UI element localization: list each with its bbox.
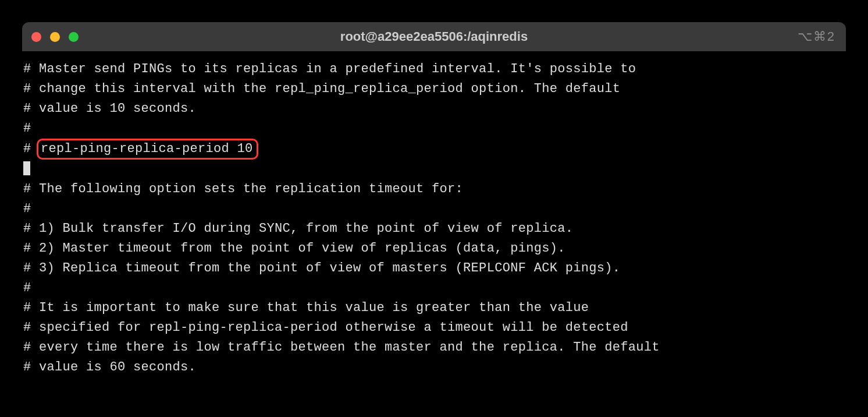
window-title: root@a29ee2ea5506:/aqinredis [340,29,528,44]
shortcut-label: ⌥⌘2 [798,29,835,44]
minimize-icon[interactable] [50,32,60,42]
terminal-line: # 2) Master timeout from the point of vi… [23,239,845,259]
terminal-line: # 1) Bulk transfer I/O during SYNC, from… [23,219,845,239]
terminal-line [23,160,845,179]
terminal-window: root@a29ee2ea5506:/aqinredis ⌥⌘2 # Maste… [22,22,846,389]
terminal-line: # change this interval with the repl_pin… [23,79,845,99]
terminal-content[interactable]: # Master send PINGs to its replicas in a… [22,51,846,389]
terminal-line: # The following option sets the replicat… [23,179,845,199]
terminal-line: # [23,119,845,139]
terminal-line: # value is 10 seconds. [23,99,845,119]
titlebar: root@a29ee2ea5506:/aqinredis ⌥⌘2 [22,22,846,51]
terminal-line: # value is 60 seconds. [23,358,845,377]
terminal-line: # [23,278,845,298]
close-icon[interactable] [31,32,41,42]
maximize-icon[interactable] [69,32,79,42]
highlight-annotation: repl-ping-replica-period 10 [37,139,258,160]
terminal-line: # 3) Replica timeout from the point of v… [23,259,845,278]
cursor-icon [23,161,30,175]
traffic-lights [31,32,79,42]
terminal-line: # every time there is low traffic betwee… [23,338,845,358]
terminal-line: # It is important to make sure that this… [23,298,845,318]
terminal-line: # [23,199,845,219]
terminal-line: # specified for repl-ping-replica-period… [23,318,845,338]
terminal-line: # repl-ping-replica-period 10 [23,139,845,160]
terminal-line: # Master send PINGs to its replicas in a… [23,59,845,79]
